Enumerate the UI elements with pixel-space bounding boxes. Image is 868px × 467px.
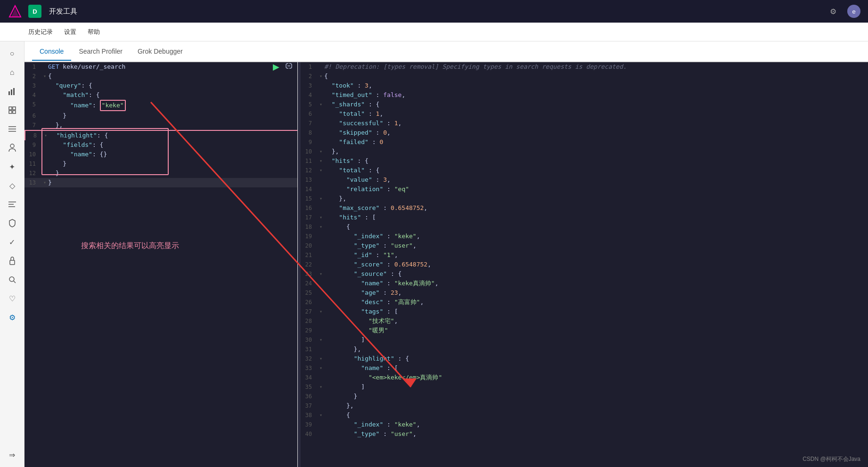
svg-rect-4 xyxy=(13,88,15,95)
result-line-27: 27 ▾ "tags" : [ xyxy=(301,307,868,316)
run-button[interactable]: ▶ xyxy=(272,62,280,73)
result-line-3: 3 "took" : 3, xyxy=(301,81,868,90)
editor-line-4: 4 "match": { xyxy=(25,90,297,100)
nav-star-icon[interactable]: ✦ xyxy=(4,158,21,175)
watermark: CSDN @柯柯不会Java xyxy=(802,455,860,463)
result-panel: 1 #! Deprecation: [types removal] Specif… xyxy=(301,62,868,467)
svg-rect-3 xyxy=(11,89,12,95)
editor-line-5: 5 "name": "keke" xyxy=(25,100,297,111)
nav-diamond-icon[interactable]: ◇ xyxy=(4,177,21,194)
result-line-22: 22 "_score" : 0.6548752, xyxy=(301,260,868,269)
result-line-1: 1 #! Deprecation: [types removal] Specif… xyxy=(301,62,868,72)
nav-stack-icon[interactable] xyxy=(4,121,21,137)
editor-line-3: 3 "query": { xyxy=(25,81,297,90)
svg-rect-5 xyxy=(9,107,12,110)
result-line-34: 34 "<em>keke</em>真滴帅" xyxy=(301,373,868,382)
svg-point-12 xyxy=(10,144,14,148)
svg-point-17 xyxy=(9,277,14,282)
editor-line-6: 6 } xyxy=(25,111,297,121)
result-line-39: 39 "_index" : "keke", xyxy=(301,420,868,429)
editor-line-8: 8 ▾ "highlight": { xyxy=(25,130,297,140)
link-button[interactable] xyxy=(284,62,294,72)
tab-console[interactable]: Console xyxy=(32,43,71,61)
nav-magnify-icon[interactable] xyxy=(4,271,21,288)
editor-line-1: 1 GET keke/user/_search xyxy=(25,62,297,72)
history-link[interactable]: 历史记录 xyxy=(28,28,53,36)
nav-home-icon[interactable]: ⌂ xyxy=(4,64,21,81)
svg-line-18 xyxy=(14,281,16,283)
result-line-15: 15 ▾ }, xyxy=(301,194,868,203)
editor-line-12: 12 } xyxy=(25,169,297,178)
nav-grid-icon[interactable] xyxy=(4,102,21,119)
svg-rect-7 xyxy=(9,111,12,113)
result-line-14: 14 "relation" : "eq" xyxy=(301,185,868,194)
nav-heart-icon[interactable]: ♡ xyxy=(4,290,21,307)
editor-line-11: 11 } xyxy=(25,159,297,169)
result-line-17: 17 ▾ "hits" : [ xyxy=(301,213,868,222)
result-line-36: 36 } xyxy=(301,392,868,401)
editor-line-10: 10 "name": {} xyxy=(25,150,297,159)
nav-chart-icon[interactable] xyxy=(4,83,21,100)
result-line-33: 33 ▾ "name" : [ xyxy=(301,363,868,373)
help-link[interactable]: 帮助 xyxy=(88,28,100,36)
result-line-18: 18 ▾ { xyxy=(301,222,868,232)
nav-person-icon[interactable] xyxy=(4,139,21,156)
result-line-12: 12 ▾ "total" : { xyxy=(301,166,868,175)
leftnav: ○ ⌂ ✦ ◇ ✓ ♡ ⚙ ⇒ xyxy=(0,41,25,467)
svg-rect-16 xyxy=(10,260,15,265)
svg-rect-8 xyxy=(13,111,16,113)
result-line-25: 25 "age" : 23, xyxy=(301,288,868,298)
topbar: D 开发工具 ⚙ e xyxy=(0,0,868,23)
result-line-24: 24 "name" : "keke真滴帅", xyxy=(301,279,868,288)
secondbar: 历史记录 设置 帮助 xyxy=(0,23,868,41)
editor-line-9: 9 "fields": { xyxy=(25,140,297,150)
nav-arrow-icon[interactable]: ⇒ xyxy=(4,446,21,463)
editor-line-7: 7 }, xyxy=(25,121,297,130)
settings-icon[interactable]: ⚙ xyxy=(827,5,840,18)
nav-circle-icon[interactable]: ○ xyxy=(4,45,21,62)
app-title: 开发工具 xyxy=(49,7,77,16)
result-code[interactable]: 1 #! Deprecation: [types removal] Specif… xyxy=(301,62,868,467)
result-line-29: 29 "暖男" xyxy=(301,326,868,335)
result-line-38: 38 ▾ { xyxy=(301,411,868,420)
tab-search-profiler[interactable]: Search Profiler xyxy=(71,43,130,61)
result-line-30: 30 ▾ ] xyxy=(301,335,868,345)
result-line-5: 5 ▾ "_shards" : { xyxy=(301,100,868,109)
result-line-13: 13 "value" : 3, xyxy=(301,175,868,185)
content-area: ▶ 1 GET keke/user/_search 2 xyxy=(25,62,868,467)
result-line-7: 7 "successful" : 1, xyxy=(301,119,868,128)
result-line-8: 8 "skipped" : 0, xyxy=(301,128,868,137)
result-line-21: 21 "_id" : "1", xyxy=(301,250,868,260)
svg-marker-1 xyxy=(11,8,19,17)
editor-code[interactable]: 1 GET keke/user/_search 2 ▾ { 3 "q xyxy=(25,62,297,467)
nav-lines-icon[interactable] xyxy=(4,196,21,213)
result-line-10: 10 ▾ }, xyxy=(301,147,868,156)
nav-shield-icon[interactable] xyxy=(4,215,21,232)
svg-rect-2 xyxy=(8,91,10,95)
svg-rect-6 xyxy=(13,107,16,110)
tab-grok-debugger[interactable]: Grok Debugger xyxy=(130,43,190,61)
result-line-9: 9 "failed" : 0 xyxy=(301,137,868,147)
result-line-31: 31 }, xyxy=(301,345,868,354)
result-line-40: 40 "_type" : "user", xyxy=(301,429,868,439)
result-line-11: 11 ▾ "hits" : { xyxy=(301,156,868,166)
nav-lock-icon[interactable] xyxy=(4,252,21,269)
result-line-16: 16 "max_score" : 0.6548752, xyxy=(301,203,868,213)
settings-link[interactable]: 设置 xyxy=(64,28,76,36)
editor-line-13: 13 ▾ } xyxy=(25,178,297,187)
result-line-20: 20 "_type" : "user", xyxy=(301,241,868,250)
annotation-text: 搜索相关的结果可以高亮显示 xyxy=(81,241,179,251)
result-line-4: 4 "timed_out" : false, xyxy=(301,90,868,100)
editor-toolbar: ▶ xyxy=(272,62,294,72)
nav-gear-icon[interactable]: ⚙ xyxy=(4,309,21,326)
user-avatar[interactable]: e xyxy=(847,5,860,18)
result-line-2: 2 ▾ { xyxy=(301,72,868,81)
editor-panel: ▶ 1 GET keke/user/_search 2 xyxy=(25,62,298,467)
layout: ○ ⌂ ✦ ◇ ✓ ♡ ⚙ ⇒ xyxy=(0,41,868,467)
result-line-23: 23 ▾ "_source" : { xyxy=(301,269,868,279)
nav-check-icon[interactable]: ✓ xyxy=(4,234,21,250)
tabs: Console Search Profiler Grok Debugger xyxy=(25,41,868,62)
app-badge: D xyxy=(28,5,41,18)
result-line-32: 32 ▾ "highlight" : { xyxy=(301,354,868,363)
result-line-28: 28 "技术宅", xyxy=(301,316,868,326)
